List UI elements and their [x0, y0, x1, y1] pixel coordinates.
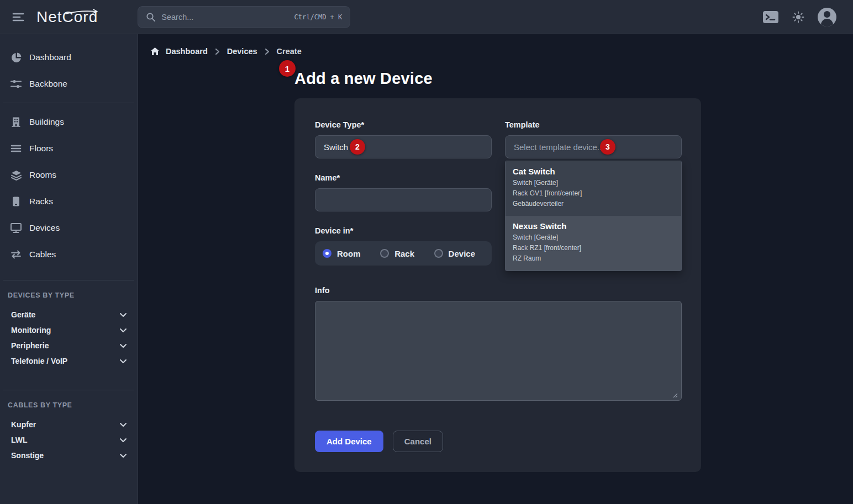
type-item-label: Geräte — [11, 310, 35, 319]
menu-icon[interactable] — [11, 10, 25, 24]
chevron-right-icon — [214, 48, 221, 55]
sidebar-item-backbone[interactable]: Backbone — [0, 71, 138, 97]
swap-arrows-icon — [10, 248, 22, 261]
type-item-label: LWL — [11, 436, 28, 444]
radio-room-label: Room — [337, 249, 361, 258]
chevron-down-icon — [119, 451, 128, 460]
app-logo[interactable]: NetCord — [36, 8, 98, 26]
chevron-down-icon — [119, 326, 128, 335]
template-option-type: Switch [Geräte] — [513, 232, 674, 243]
radio-unselected-icon — [380, 249, 389, 258]
avatar[interactable] — [818, 8, 836, 26]
cables-by-type-header: CABLES BY TYPE — [8, 401, 130, 409]
sidebar-item-label: Rooms — [29, 170, 56, 180]
terminal-icon[interactable] — [762, 10, 779, 24]
search-input[interactable] — [161, 13, 288, 22]
sidebar-item-telefonie-voip[interactable]: Telefonie / VoIP — [8, 353, 130, 369]
sidebar-item-sonstige[interactable]: Sonstige — [8, 448, 130, 463]
device-in-radio-group: Room Rack Device — [315, 241, 492, 266]
type-item-label: Telefonie / VoIP — [11, 357, 67, 365]
template-option-title: Cat Switch — [513, 167, 674, 176]
annotation-badge-2: 2 — [350, 139, 365, 155]
sidebar-item-racks[interactable]: Racks — [0, 188, 138, 215]
chevron-right-icon — [264, 48, 271, 55]
template-search-input[interactable] — [505, 135, 682, 158]
template-option-room: RZ Raum — [513, 253, 674, 264]
type-item-label: Sonstige — [11, 451, 44, 460]
sidebar-item-label: Dashboard — [29, 52, 71, 62]
template-option-nexus-switch[interactable]: Nexus Switch Switch [Geräte] Rack RZ1 [f… — [506, 216, 681, 270]
sidebar-item-peripherie[interactable]: Peripherie — [8, 338, 130, 353]
breadcrumb-devices[interactable]: Devices — [227, 47, 257, 56]
sidebar-item-label: Devices — [29, 223, 60, 233]
pie-chart-icon — [10, 51, 22, 63]
sidebar-item-label: Backbone — [29, 79, 67, 89]
sidebar-item-rooms[interactable]: Rooms — [0, 162, 138, 188]
radio-device-label: Device — [449, 249, 475, 258]
annotation-badge-3: 3 — [600, 139, 615, 155]
sidebar: Dashboard Backbone — [0, 34, 138, 504]
device-type-label: Device Type* — [315, 120, 492, 129]
sidebar-item-label: Floors — [29, 144, 53, 153]
sliders-icon — [10, 78, 22, 90]
chevron-down-icon — [119, 341, 128, 350]
sidebar-item-geraete[interactable]: Geräte — [8, 307, 130, 322]
type-item-label: Kupfer — [11, 420, 36, 429]
monitor-icon — [10, 222, 22, 234]
sidebar-divider — [3, 280, 134, 280]
form-right-column: Template 3 Cat Switch Switch [Geräte] Ra… — [505, 120, 682, 271]
building-icon — [10, 116, 22, 128]
chevron-down-icon — [119, 420, 128, 429]
sidebar-item-lwl[interactable]: LWL — [8, 432, 130, 448]
devices-by-type-header: DEVICES BY TYPE — [8, 291, 130, 299]
breadcrumb-create: Create — [277, 47, 302, 56]
radio-device[interactable]: Device — [434, 249, 475, 258]
home-icon[interactable] — [150, 47, 160, 56]
chevron-down-icon — [119, 310, 128, 319]
type-item-label: Monitoring — [11, 326, 51, 335]
theme-toggle-sun-icon[interactable] — [792, 11, 804, 23]
sidebar-item-monitoring[interactable]: Monitoring — [8, 322, 130, 338]
name-label: Name* — [315, 173, 492, 182]
sidebar-item-cables[interactable]: Cables — [0, 241, 138, 268]
sidebar-divider — [3, 390, 134, 390]
info-label: Info — [315, 286, 681, 295]
avatar-shoulders — [821, 19, 833, 26]
template-label: Template — [505, 120, 682, 129]
device-type-select[interactable] — [315, 135, 492, 158]
sidebar-item-label: Racks — [29, 197, 53, 206]
template-option-room: Gebäudeverteiler — [513, 199, 674, 209]
sidebar-item-label: Cables — [29, 250, 56, 259]
radio-rack[interactable]: Rack — [380, 249, 414, 258]
annotation-badge-1: 1 — [279, 60, 296, 77]
sidebar-item-devices[interactable]: Devices — [0, 215, 138, 241]
logo-arrow-icon — [65, 8, 101, 17]
rack-icon — [10, 195, 22, 208]
sidebar-item-floors[interactable]: Floors — [0, 135, 138, 162]
search-icon — [146, 12, 156, 22]
radio-room[interactable]: Room — [323, 249, 361, 258]
radio-unselected-icon — [434, 249, 443, 258]
devices-by-type-section: DEVICES BY TYPE Geräte Monitoring Periph… — [0, 291, 138, 369]
radio-rack-label: Rack — [394, 249, 414, 258]
add-device-button[interactable]: Add Device — [315, 431, 383, 452]
global-search[interactable]: Ctrl/CMD + K — [138, 6, 350, 28]
info-textarea[interactable] — [315, 301, 682, 401]
avatar-head — [824, 11, 830, 18]
cables-by-type-section: CABLES BY TYPE Kupfer LWL Sonstige — [0, 401, 138, 463]
chevron-down-icon — [119, 357, 128, 365]
template-option-rack: Rack RZ1 [front/center] — [513, 243, 674, 253]
template-option-title: Nexus Switch — [513, 221, 674, 231]
name-input[interactable] — [315, 188, 492, 211]
template-option-rack: Rack GV1 [front/center] — [513, 188, 674, 199]
main-content: Dashboard Devices Create 1 Add a new Dev… — [138, 34, 853, 504]
sidebar-item-kupfer[interactable]: Kupfer — [8, 417, 130, 432]
topbar: NetCord Ctrl/CMD + K — [0, 0, 853, 34]
breadcrumb-dashboard[interactable]: Dashboard — [166, 47, 208, 56]
sidebar-item-buildings[interactable]: Buildings — [0, 109, 138, 135]
cancel-button[interactable]: Cancel — [393, 431, 443, 452]
topbar-actions — [762, 8, 836, 26]
template-option-cat-switch[interactable]: Cat Switch Switch [Geräte] Rack GV1 [fro… — [506, 161, 681, 216]
breadcrumb: Dashboard Devices Create — [138, 34, 853, 56]
sidebar-item-dashboard[interactable]: Dashboard — [0, 44, 138, 71]
